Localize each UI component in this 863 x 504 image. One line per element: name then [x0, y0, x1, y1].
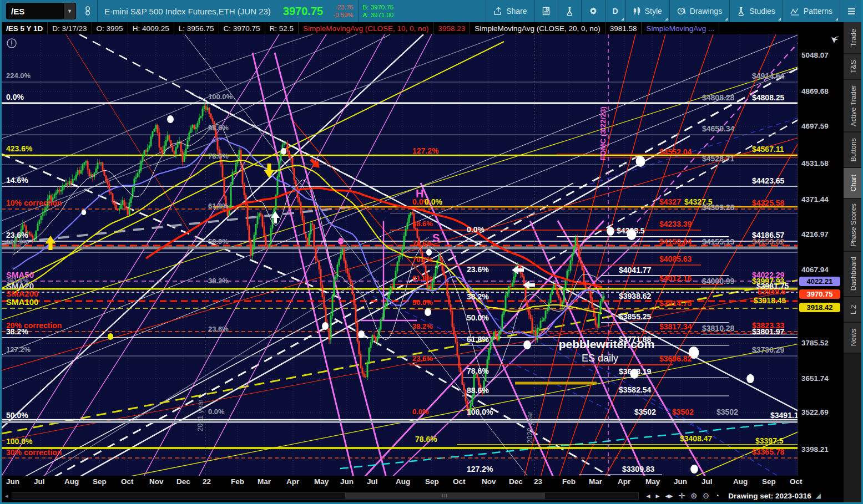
chart-scrollbar[interactable]: III — [12, 492, 639, 500]
ohlc-cell: SimpleMovingAvg ... — [642, 22, 719, 34]
studies-button[interactable]: Studies — [730, 0, 783, 22]
axis-tick: 4531.58 — [801, 159, 829, 167]
drawings-button[interactable]: Drawings — [670, 0, 729, 22]
patterns-button[interactable]: Patterns — [783, 0, 840, 22]
sidebar-tab-dashboard[interactable]: Dashboard — [844, 252, 863, 297]
quick-quote-button[interactable] — [535, 0, 558, 22]
svg-text:161.8%: 161.8% — [6, 238, 29, 246]
resize-corner-icon[interactable]: ◢ — [816, 492, 821, 500]
sidebar-tab-t-s[interactable]: T&S — [844, 54, 863, 80]
svg-text:38.2%: 38.2% — [208, 277, 229, 285]
svg-text:$3696.82: $3696.82 — [659, 354, 692, 363]
axis-tick: 4216.97 — [801, 230, 829, 238]
sidebar-tab-l-2[interactable]: L 2 — [844, 297, 863, 323]
sidebar-tab-trade[interactable]: Trade — [844, 22, 863, 54]
settings-button[interactable] — [582, 0, 605, 22]
time-axis-icon[interactable]: ◔ — [715, 491, 719, 500]
timeframe-button[interactable]: D — [605, 0, 625, 22]
symbol-input[interactable]: /ES ▼ — [6, 3, 76, 19]
time-axis-label: Oct — [121, 477, 134, 486]
vertical-lines — [205, 34, 608, 476]
svg-text:100.0%: 100.0% — [467, 408, 493, 416]
price-badge: 4022.21 — [799, 277, 840, 286]
svg-text:$3801.97: $3801.97 — [752, 327, 785, 336]
axis-tick: 4371.44 — [801, 195, 829, 203]
time-axis-label: Jul — [34, 477, 45, 486]
flask-icon — [566, 7, 574, 16]
time-axis-label: Apr — [286, 477, 299, 486]
time-axis-label: 23 — [534, 477, 542, 486]
price-chart[interactable]: HS224.0%0.0%423.6%14.6%10% correction23.… — [2, 34, 798, 476]
svg-text:14.6%: 14.6% — [6, 176, 28, 185]
last-price: 3970.75 — [277, 0, 329, 22]
price-badge: 3918.42 — [799, 303, 840, 312]
time-axis-label: Jun — [340, 477, 354, 486]
svg-text:61.8%: 61.8% — [412, 274, 433, 282]
ohlc-cell: 3958.23 — [433, 22, 470, 34]
share-icon — [493, 7, 502, 16]
alert-icon: ! — [7, 39, 16, 48]
svg-text:78.6%: 78.6% — [467, 366, 489, 375]
time-axis-label: Sep — [762, 477, 776, 486]
svg-text:100.0%: 100.0% — [208, 93, 233, 101]
axis-tick: 4067.94 — [801, 266, 829, 274]
svg-text:$3408.47: $3408.47 — [680, 434, 713, 443]
time-axis-label: Jun — [674, 477, 687, 486]
ohlc-cell: /ES 5 Y 1D — [2, 22, 48, 34]
menu-button[interactable] — [840, 0, 863, 22]
svg-text:$4808.28: $4808.28 — [702, 93, 735, 102]
svg-text:78.6%: 78.6% — [412, 240, 433, 248]
sidebar-tab-phase-scores[interactable]: Phase Scores — [844, 199, 863, 252]
svg-text:$4659.34: $4659.34 — [702, 124, 735, 133]
status-bar: ◂ III ◂▸◂▸✛⊕⊖◔ Drawing set: 2023-0316 ◢ — [2, 489, 863, 502]
zoom-out-icon[interactable]: ⊖ — [703, 491, 709, 500]
scrollbar-thumb[interactable]: III — [345, 493, 545, 499]
pan-icon[interactable]: ✛ — [679, 491, 685, 500]
sidebar-tab-chart[interactable]: Chart — [844, 168, 863, 199]
svg-text:100.0%: 100.0% — [6, 437, 33, 446]
analyze-button[interactable] — [558, 0, 581, 22]
time-axis[interactable]: JunJulAugSepOctNovDec22FebMarAprMayJunJu… — [2, 476, 798, 489]
svg-text:23.6%: 23.6% — [467, 265, 489, 274]
svg-text:$4012.16: $4012.16 — [659, 274, 692, 283]
zoom-in-icon[interactable]: ⊕ — [690, 491, 697, 500]
scroll-left-icon[interactable]: ◂ — [2, 492, 12, 500]
sidebar-tab-active-trader[interactable]: Active Trader — [844, 80, 863, 133]
svg-text:0.0%: 0.0% — [208, 408, 225, 416]
right-sidebar-tabs: TradeT&SActive TraderButtonsChartPhase S… — [844, 22, 863, 502]
ohlc-cell: C: 3970.75 — [219, 22, 265, 34]
svg-text:$3502: $3502 — [716, 408, 738, 416]
link-icon[interactable] — [78, 0, 97, 22]
svg-text:0.0%: 0.0% — [412, 408, 429, 416]
drawing-set-label: Drawing set: 2023-0316 — [728, 492, 811, 500]
sidebar-tab-label: Chart — [850, 175, 857, 192]
ohlc-cell: SimpleMovingAvg (CLOSE, 10, 0, no) — [299, 22, 433, 34]
sidebar-tab-label: Active Trader — [850, 85, 857, 126]
toolbar-buttons: ShareDStyleDrawingsStudiesPatterns — [486, 0, 863, 22]
svg-text:$3491.13: $3491.13 — [770, 411, 798, 420]
style-button[interactable]: Style — [626, 0, 669, 22]
flask-icon — [737, 7, 745, 16]
fit-width-icon[interactable]: ◂▸ — [665, 491, 673, 500]
svg-text:$3582.54: $3582.54 — [619, 385, 652, 394]
share-button-label: Share — [506, 7, 527, 16]
symbol-value: /ES — [7, 7, 63, 16]
chart-labels: 224.0%0.0%423.6%14.6%10% correction23.6%… — [6, 72, 798, 474]
svg-text:S: S — [432, 232, 440, 244]
svg-text:$4085.63: $4085.63 — [659, 254, 692, 263]
svg-text:$4233.39: $4233.39 — [659, 220, 692, 228]
price-axis[interactable]: 5048.074869.684697.594531.584371.444216.… — [798, 34, 844, 476]
svg-text:pebblewriter.com: pebblewriter.com — [559, 338, 655, 350]
cursor-icon[interactable] — [830, 35, 839, 47]
svg-text:$4153.62: $4153.62 — [752, 237, 785, 246]
axis-tick: 3651.74 — [801, 374, 829, 383]
sidebar-tab-buttons[interactable]: Buttons — [844, 133, 863, 168]
step-left-icon[interactable]: ◂ — [647, 491, 650, 500]
step-right-icon[interactable]: ▸ — [656, 491, 660, 500]
axis-tick: 5048.07 — [801, 51, 829, 59]
share-button[interactable]: Share — [486, 0, 534, 22]
ohlc-cell: R: 52.5 — [265, 22, 299, 34]
sidebar-tab-news[interactable]: News — [844, 323, 863, 354]
symbol-dropdown-icon[interactable]: ▼ — [63, 3, 75, 19]
svg-text:$3914.75: $3914.75 — [659, 299, 692, 308]
